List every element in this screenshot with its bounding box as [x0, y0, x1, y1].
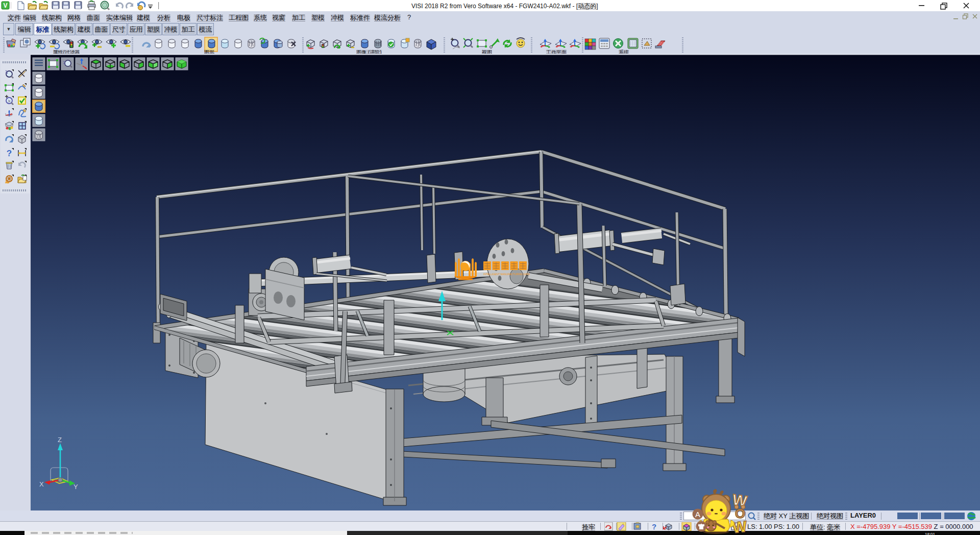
svg-text:V: V — [3, 2, 7, 9]
svg-text:X: X — [39, 480, 44, 488]
svg-text:Z: Z — [58, 436, 62, 444]
svg-text:?: ? — [652, 522, 656, 531]
svg-text:?: ? — [7, 149, 12, 158]
svg-text:W: W — [731, 518, 748, 535]
svg-text:Y: Y — [74, 483, 78, 491]
svg-text:INTELLIGENT MANUFACTURING DATA: INTELLIGENT MANUFACTURING DATA — [483, 273, 530, 276]
svg-text:A: A — [695, 510, 700, 519]
